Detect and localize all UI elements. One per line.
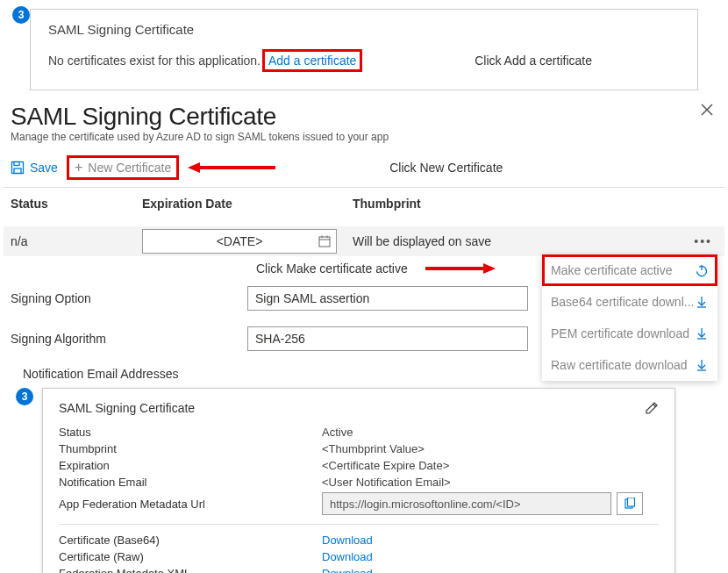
k-email: Notification Email — [59, 476, 322, 489]
menu-pem-label: PEM certificate download — [551, 326, 689, 340]
cell-thumbprint: Will be displayed on save — [353, 234, 694, 248]
svg-marker-4 — [188, 162, 200, 173]
th-thumbprint: Thumbprint — [353, 197, 717, 211]
table-row: n/a <DATE> Will be displayed on save ••• — [4, 226, 724, 256]
signing-algorithm-select[interactable]: SHA-256 — [247, 326, 528, 351]
cell-status: n/a — [11, 234, 142, 248]
page-subtitle: Manage the certificate used by Azure AD … — [4, 131, 724, 148]
instruction-add-cert: Click Add a certificate — [475, 54, 592, 68]
save-icon — [11, 161, 25, 175]
v-status: Active — [322, 426, 353, 439]
svg-rect-21 — [628, 498, 635, 506]
download-xml-link[interactable]: Download — [322, 567, 373, 573]
v-thumbprint: <Thumbprint Value> — [322, 442, 425, 455]
save-button[interactable]: Save — [11, 161, 58, 175]
table-header: Status Expiration Date Thumbprint — [4, 188, 724, 226]
svg-rect-5 — [319, 237, 330, 247]
signing-option-select[interactable]: Sign SAML assertion — [247, 286, 528, 311]
toolbar: Save + New Certificate Click New Certifi… — [4, 148, 724, 188]
add-certificate-link[interactable]: Add a certificate — [262, 49, 362, 72]
divider — [59, 524, 659, 525]
signing-option-value: Sign SAML assertion — [255, 291, 369, 305]
menu-make-active[interactable]: Make certificate active — [542, 254, 717, 286]
menu-make-active-label: Make certificate active — [551, 263, 673, 277]
date-value: <DATE> — [217, 234, 263, 248]
menu-base64-download[interactable]: Base64 certificate downl... — [542, 286, 717, 318]
cert-summary-card: SAML Signing Certificate StatusActive Th… — [42, 388, 675, 573]
no-cert-msg: No certificates exist for this applicati… — [48, 54, 261, 68]
th-expiration: Expiration Date — [142, 197, 353, 211]
k-metadata-url: App Federation Metadata Url — [59, 498, 322, 511]
new-certificate-label: New Certificate — [88, 161, 171, 175]
v-email: <User Notification Email> — [322, 476, 451, 489]
svg-line-19 — [653, 405, 656, 407]
calendar-icon — [318, 235, 331, 247]
copy-icon — [624, 498, 636, 510]
instruction-new-cert: Click New Certificate — [389, 161, 503, 175]
download-icon — [695, 358, 709, 372]
svg-rect-2 — [14, 168, 21, 174]
signing-option-label: Signing Option — [11, 291, 247, 305]
download-icon — [695, 295, 709, 309]
new-certificate-button[interactable]: + New Certificate — [67, 155, 179, 180]
k-cert-raw: Certificate (Raw) — [59, 550, 322, 563]
v-expiration: <Certificate Expire Date> — [322, 459, 449, 472]
download-base64-link[interactable]: Download — [322, 534, 373, 547]
context-menu: Make certificate active Base64 certifica… — [542, 254, 717, 381]
page-title: SAML Signing Certificate — [11, 103, 276, 131]
svg-marker-18 — [483, 263, 496, 274]
signing-algorithm-label: Signing Algorithm — [11, 332, 247, 346]
step-badge: 3 — [16, 388, 33, 405]
k-fed-xml: Federation Metadata XML — [59, 567, 322, 573]
close-button[interactable] — [700, 103, 714, 117]
copy-button[interactable] — [617, 492, 643, 515]
step-badge: 3 — [12, 6, 30, 24]
save-label: Save — [30, 161, 58, 175]
instruction-make-active: Click Make certificate active — [256, 261, 408, 276]
menu-raw-download[interactable]: Raw certificate download — [542, 349, 717, 381]
more-menu-button[interactable]: ••• — [694, 234, 717, 248]
svg-rect-1 — [14, 162, 19, 166]
card-title: SAML Signing Certificate — [59, 401, 195, 415]
metadata-url-field[interactable]: https://login.microsoftonline.com/<ID> — [322, 492, 611, 515]
menu-raw-label: Raw certificate download — [551, 358, 688, 372]
arrow-left-icon — [188, 162, 275, 173]
menu-pem-download[interactable]: PEM certificate download — [542, 318, 717, 349]
panel-add-certificate: 3 SAML Signing Certificate No certificat… — [30, 9, 698, 90]
metadata-url-value: https://login.microsoftonline.com/<ID> — [330, 498, 521, 511]
expiration-date-input[interactable]: <DATE> — [142, 229, 337, 254]
power-icon — [695, 263, 709, 277]
signing-algorithm-value: SHA-256 — [255, 332, 305, 346]
download-raw-link[interactable]: Download — [322, 550, 373, 563]
th-status: Status — [11, 197, 142, 211]
k-cert-base64: Certificate (Base64) — [59, 534, 322, 547]
arrow-right-icon — [425, 263, 496, 274]
menu-base64-label: Base64 certificate downl... — [551, 295, 694, 309]
k-expiration: Expiration — [59, 459, 322, 472]
edit-button[interactable] — [645, 401, 659, 415]
k-thumbprint: Thumbprint — [59, 442, 322, 455]
download-icon — [695, 326, 709, 340]
panel-title: SAML Signing Certificate — [48, 22, 680, 37]
k-status: Status — [59, 426, 322, 439]
plus-icon: + — [75, 161, 82, 175]
